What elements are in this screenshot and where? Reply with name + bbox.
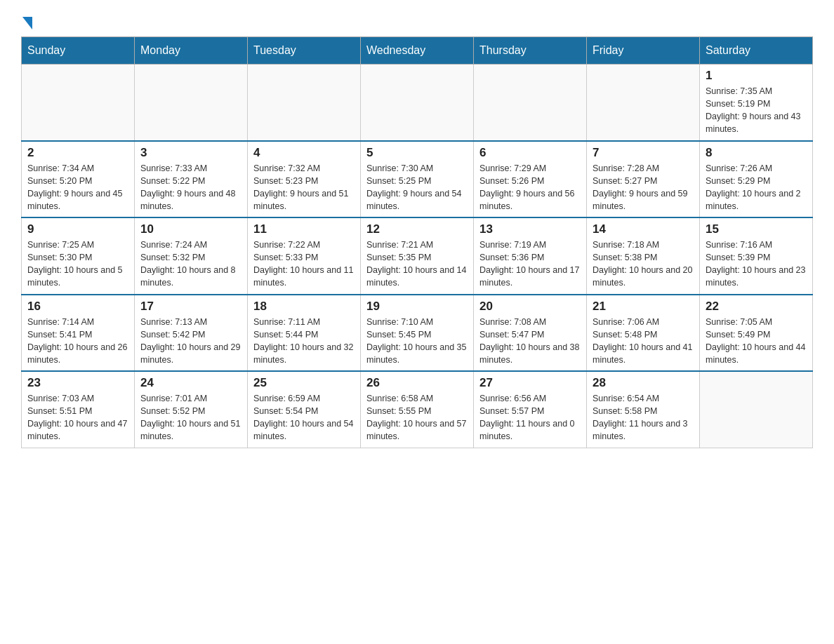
day-info: Sunrise: 7:01 AMSunset: 5:52 PMDaylight:… <box>140 392 241 443</box>
day-info: Sunrise: 6:56 AMSunset: 5:57 PMDaylight:… <box>479 392 581 443</box>
day-info: Sunrise: 7:19 AMSunset: 5:36 PMDaylight:… <box>479 239 581 290</box>
calendar-cell: 1Sunrise: 7:35 AMSunset: 5:19 PMDaylight… <box>700 65 813 141</box>
calendar-cell: 20Sunrise: 7:08 AMSunset: 5:47 PMDayligh… <box>474 295 587 372</box>
day-info: Sunrise: 6:54 AMSunset: 5:58 PMDaylight:… <box>593 392 694 443</box>
page-header <box>21 14 813 29</box>
calendar-week-row: 9Sunrise: 7:25 AMSunset: 5:30 PMDaylight… <box>22 217 813 295</box>
day-number: 16 <box>27 300 128 314</box>
day-number: 8 <box>706 146 807 160</box>
calendar-cell: 8Sunrise: 7:26 AMSunset: 5:29 PMDaylight… <box>700 141 813 218</box>
day-header-wednesday: Wednesday <box>361 37 474 65</box>
calendar-cell <box>248 65 361 141</box>
day-info: Sunrise: 7:25 AMSunset: 5:30 PMDaylight:… <box>27 239 128 290</box>
calendar-cell: 4Sunrise: 7:32 AMSunset: 5:23 PMDaylight… <box>248 141 361 218</box>
calendar-cell: 28Sunrise: 6:54 AMSunset: 5:58 PMDayligh… <box>587 371 700 448</box>
day-number: 20 <box>479 300 581 314</box>
day-number: 15 <box>706 222 807 236</box>
calendar-cell: 18Sunrise: 7:11 AMSunset: 5:44 PMDayligh… <box>248 295 361 372</box>
calendar-cell: 16Sunrise: 7:14 AMSunset: 5:41 PMDayligh… <box>22 295 135 372</box>
day-header-saturday: Saturday <box>700 37 813 65</box>
day-info: Sunrise: 7:08 AMSunset: 5:47 PMDaylight:… <box>479 316 581 367</box>
calendar-week-row: 1Sunrise: 7:35 AMSunset: 5:19 PMDaylight… <box>22 65 813 141</box>
day-number: 21 <box>593 300 694 314</box>
logo-arrow-icon <box>22 17 32 29</box>
day-number: 2 <box>27 146 128 160</box>
day-number: 11 <box>253 222 355 236</box>
calendar-cell <box>135 65 248 141</box>
calendar-cell: 11Sunrise: 7:22 AMSunset: 5:33 PMDayligh… <box>248 217 361 295</box>
calendar-cell: 6Sunrise: 7:29 AMSunset: 5:26 PMDaylight… <box>474 141 587 218</box>
day-number: 14 <box>593 222 694 236</box>
day-info: Sunrise: 7:26 AMSunset: 5:29 PMDaylight:… <box>706 162 807 213</box>
day-number: 5 <box>366 146 468 160</box>
day-info: Sunrise: 7:05 AMSunset: 5:49 PMDaylight:… <box>706 316 807 367</box>
day-number: 7 <box>593 146 694 160</box>
calendar-cell: 21Sunrise: 7:06 AMSunset: 5:48 PMDayligh… <box>587 295 700 372</box>
day-number: 27 <box>479 376 581 390</box>
day-number: 3 <box>140 146 241 160</box>
calendar-cell <box>361 65 474 141</box>
day-number: 24 <box>140 376 241 390</box>
day-info: Sunrise: 7:24 AMSunset: 5:32 PMDaylight:… <box>140 239 241 290</box>
calendar-cell: 12Sunrise: 7:21 AMSunset: 5:35 PMDayligh… <box>361 217 474 295</box>
day-header-sunday: Sunday <box>22 37 135 65</box>
day-number: 22 <box>706 300 807 314</box>
day-number: 25 <box>253 376 355 390</box>
day-info: Sunrise: 7:21 AMSunset: 5:35 PMDaylight:… <box>366 239 468 290</box>
calendar-cell: 7Sunrise: 7:28 AMSunset: 5:27 PMDaylight… <box>587 141 700 218</box>
day-number: 19 <box>366 300 468 314</box>
day-number: 13 <box>479 222 581 236</box>
logo <box>21 14 32 29</box>
calendar-cell: 13Sunrise: 7:19 AMSunset: 5:36 PMDayligh… <box>474 217 587 295</box>
day-info: Sunrise: 7:11 AMSunset: 5:44 PMDaylight:… <box>253 316 355 367</box>
calendar-cell: 17Sunrise: 7:13 AMSunset: 5:42 PMDayligh… <box>135 295 248 372</box>
calendar-cell: 14Sunrise: 7:18 AMSunset: 5:38 PMDayligh… <box>587 217 700 295</box>
day-number: 1 <box>706 69 807 83</box>
day-info: Sunrise: 7:06 AMSunset: 5:48 PMDaylight:… <box>593 316 694 367</box>
day-number: 17 <box>140 300 241 314</box>
day-info: Sunrise: 7:16 AMSunset: 5:39 PMDaylight:… <box>706 239 807 290</box>
day-info: Sunrise: 6:59 AMSunset: 5:54 PMDaylight:… <box>253 392 355 443</box>
day-number: 9 <box>27 222 128 236</box>
day-number: 4 <box>253 146 355 160</box>
day-header-monday: Monday <box>135 37 248 65</box>
calendar-cell: 25Sunrise: 6:59 AMSunset: 5:54 PMDayligh… <box>248 371 361 448</box>
day-info: Sunrise: 7:32 AMSunset: 5:23 PMDaylight:… <box>253 162 355 213</box>
calendar-cell: 26Sunrise: 6:58 AMSunset: 5:55 PMDayligh… <box>361 371 474 448</box>
day-info: Sunrise: 7:22 AMSunset: 5:33 PMDaylight:… <box>253 239 355 290</box>
calendar-cell: 3Sunrise: 7:33 AMSunset: 5:22 PMDaylight… <box>135 141 248 218</box>
calendar-cell <box>22 65 135 141</box>
calendar-header-row: SundayMondayTuesdayWednesdayThursdayFrid… <box>22 37 813 65</box>
day-number: 12 <box>366 222 468 236</box>
day-info: Sunrise: 7:03 AMSunset: 5:51 PMDaylight:… <box>27 392 128 443</box>
day-info: Sunrise: 7:28 AMSunset: 5:27 PMDaylight:… <box>593 162 694 213</box>
calendar-cell: 22Sunrise: 7:05 AMSunset: 5:49 PMDayligh… <box>700 295 813 372</box>
day-info: Sunrise: 7:14 AMSunset: 5:41 PMDaylight:… <box>27 316 128 367</box>
calendar-cell: 27Sunrise: 6:56 AMSunset: 5:57 PMDayligh… <box>474 371 587 448</box>
calendar-cell <box>700 371 813 448</box>
day-header-thursday: Thursday <box>474 37 587 65</box>
day-info: Sunrise: 7:10 AMSunset: 5:45 PMDaylight:… <box>366 316 468 367</box>
calendar-table: SundayMondayTuesdayWednesdayThursdayFrid… <box>21 36 813 448</box>
calendar-cell: 15Sunrise: 7:16 AMSunset: 5:39 PMDayligh… <box>700 217 813 295</box>
calendar-week-row: 16Sunrise: 7:14 AMSunset: 5:41 PMDayligh… <box>22 295 813 372</box>
day-header-friday: Friday <box>587 37 700 65</box>
day-number: 10 <box>140 222 241 236</box>
day-info: Sunrise: 7:18 AMSunset: 5:38 PMDaylight:… <box>593 239 694 290</box>
calendar-cell: 24Sunrise: 7:01 AMSunset: 5:52 PMDayligh… <box>135 371 248 448</box>
calendar-week-row: 23Sunrise: 7:03 AMSunset: 5:51 PMDayligh… <box>22 371 813 448</box>
calendar-week-row: 2Sunrise: 7:34 AMSunset: 5:20 PMDaylight… <box>22 141 813 218</box>
calendar-cell: 10Sunrise: 7:24 AMSunset: 5:32 PMDayligh… <box>135 217 248 295</box>
day-number: 18 <box>253 300 355 314</box>
day-info: Sunrise: 6:58 AMSunset: 5:55 PMDaylight:… <box>366 392 468 443</box>
day-info: Sunrise: 7:30 AMSunset: 5:25 PMDaylight:… <box>366 162 468 213</box>
calendar-cell: 5Sunrise: 7:30 AMSunset: 5:25 PMDaylight… <box>361 141 474 218</box>
day-number: 6 <box>479 146 581 160</box>
calendar-cell: 23Sunrise: 7:03 AMSunset: 5:51 PMDayligh… <box>22 371 135 448</box>
calendar-cell: 2Sunrise: 7:34 AMSunset: 5:20 PMDaylight… <box>22 141 135 218</box>
day-info: Sunrise: 7:33 AMSunset: 5:22 PMDaylight:… <box>140 162 241 213</box>
calendar-cell: 9Sunrise: 7:25 AMSunset: 5:30 PMDaylight… <box>22 217 135 295</box>
day-info: Sunrise: 7:29 AMSunset: 5:26 PMDaylight:… <box>479 162 581 213</box>
day-info: Sunrise: 7:35 AMSunset: 5:19 PMDaylight:… <box>706 85 807 136</box>
day-number: 26 <box>366 376 468 390</box>
